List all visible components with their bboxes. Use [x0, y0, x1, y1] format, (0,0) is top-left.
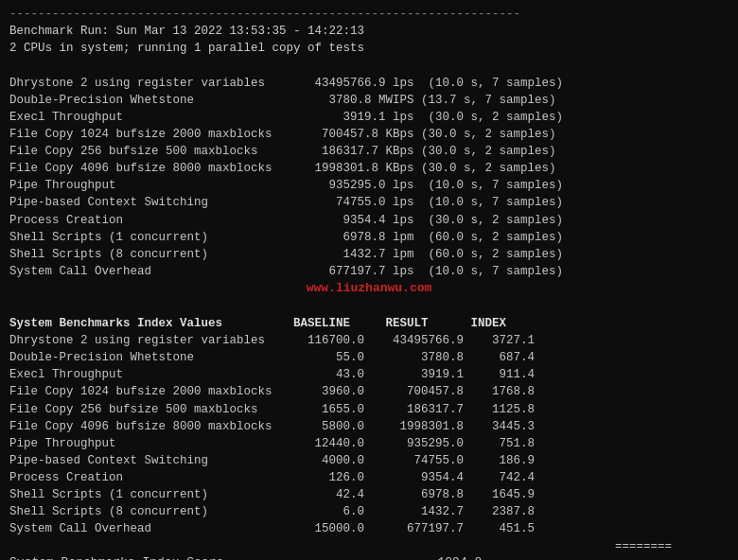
- results-container: Dhrystone 2 using register variables 434…: [9, 75, 729, 281]
- index-header: System Benchmarks Index Values BASELINE …: [9, 315, 729, 332]
- result-row: File Copy 256 bufsize 500 maxblocks 1863…: [9, 143, 729, 160]
- result-row: Execl Throughput 3919.1 lps (30.0 s, 2 s…: [9, 109, 729, 126]
- result-row: Pipe-based Context Switching 74755.0 lps…: [9, 194, 729, 211]
- result-row: File Copy 1024 bufsize 2000 maxblocks 70…: [9, 126, 729, 143]
- result-row: Pipe Throughput 935295.0 lps (10.0 s, 7 …: [9, 177, 729, 194]
- result-row: Process Creation 9354.4 lps (30.0 s, 2 s…: [9, 212, 729, 229]
- benchmark-header1: Benchmark Run: Sun Mar 13 2022 13:53:35 …: [9, 23, 729, 40]
- result-row: Shell Scripts (8 concurrent) 1432.7 lpm …: [9, 246, 729, 263]
- index-row: File Copy 256 bufsize 500 maxblocks 1655…: [9, 401, 729, 418]
- index-row: System Call Overhead 15000.0 677197.7 45…: [9, 520, 729, 537]
- blank1: [9, 57, 729, 74]
- index-row: Shell Scripts (1 concurrent) 42.4 6978.8…: [9, 486, 729, 503]
- index-row: File Copy 1024 bufsize 2000 maxblocks 39…: [9, 383, 729, 400]
- divider-top: ----------------------------------------…: [9, 6, 729, 23]
- result-row: Shell Scripts (1 concurrent) 6978.8 lpm …: [9, 229, 729, 246]
- index-row: Process Creation 126.0 9354.4 742.4: [9, 469, 729, 486]
- index-row: Dhrystone 2 using register variables 116…: [9, 332, 729, 349]
- index-row: Double-Precision Whetstone 55.0 3780.8 6…: [9, 349, 729, 366]
- result-row: Dhrystone 2 using register variables 434…: [9, 75, 729, 92]
- index-row: Execl Throughput 43.0 3919.1 911.4: [9, 366, 729, 383]
- result-row: File Copy 4096 bufsize 8000 maxblocks 19…: [9, 160, 729, 177]
- index-row: Pipe Throughput 12440.0 935295.0 751.8: [9, 435, 729, 452]
- blank2: [9, 298, 729, 315]
- score-line: System Benchmarks Index Score 1094.8: [9, 555, 729, 560]
- benchmark-header2: 2 CPUs in system; running 1 parallel cop…: [9, 40, 729, 57]
- index-row: Pipe-based Context Switching 4000.0 7475…: [9, 452, 729, 469]
- index-row: File Copy 4096 bufsize 8000 maxblocks 58…: [9, 418, 729, 435]
- equals-line: ========: [9, 538, 729, 555]
- index-container: Dhrystone 2 using register variables 116…: [9, 332, 729, 538]
- result-row: Double-Precision Whetstone 3780.8 MWIPS …: [9, 92, 729, 109]
- watermark: www.liuzhanwu.com: [9, 280, 729, 298]
- result-row: System Call Overhead 677197.7 lps (10.0 …: [9, 263, 729, 280]
- index-row: Shell Scripts (8 concurrent) 6.0 1432.7 …: [9, 503, 729, 520]
- terminal: ----------------------------------------…: [0, 0, 738, 560]
